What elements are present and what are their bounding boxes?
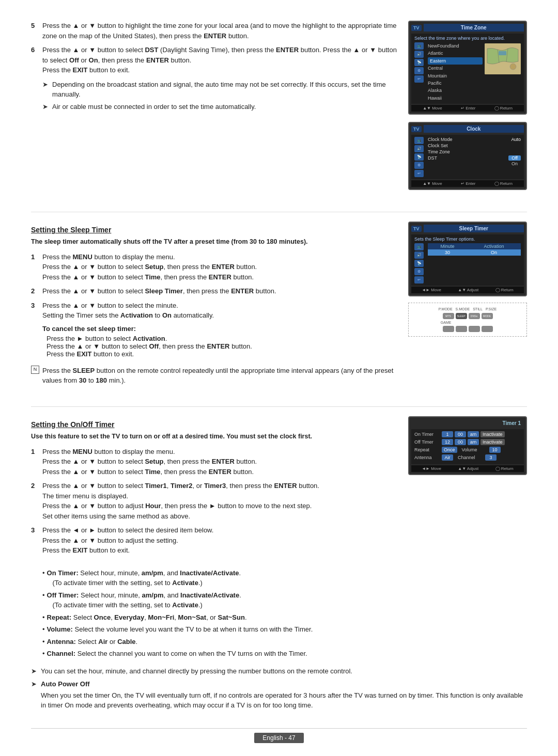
clock-row-set: Clock Set xyxy=(428,143,521,148)
footer-move-1: ▲▼ Move xyxy=(423,106,442,111)
tv-icon-setup-1: ⚙ xyxy=(414,67,424,74)
footer-enter-1: ↵ Enter xyxy=(461,106,475,111)
clock-mode-val: Auto xyxy=(511,137,521,142)
footer-return-1: ◯ Return xyxy=(494,106,513,111)
antenna-label: Antenna xyxy=(414,455,440,460)
tv-icon-setup-2: ⚙ xyxy=(414,162,424,169)
item-num-6: 6 xyxy=(31,45,38,75)
tv-highlight-eastern: Eastern xyxy=(428,57,483,65)
cancel-steps: Press the ► button to select Activation.… xyxy=(47,335,396,358)
on-timer-label: On Timer xyxy=(414,432,440,437)
instructions-left: 5 Press the ▲ or ▼ button to highlight t… xyxy=(31,21,398,190)
main-content: 5 Press the ▲ or ▼ button to highlight t… xyxy=(31,21,527,743)
on-off-item-3: 3 Press the ◄ or ► button to select the … xyxy=(31,525,396,556)
bullet-notes: • On Timer: Select hour, minute, am/pm, … xyxy=(42,568,527,661)
remote-btn-mts[interactable]: MTS xyxy=(443,313,454,319)
bullet-dot-5: • xyxy=(42,637,45,647)
tv-body-2: 📺 🔊 📡 ⚙ ↩ Clock Mode Auto xyxy=(411,135,524,179)
tv-sidebar-3: 📺 🔊 📡 ⚙ ↩ xyxy=(414,243,426,284)
on-off-item-1: 1 Press the MENU button to display the m… xyxy=(31,447,396,477)
bullet-text-4: Volume: Select the volume level you want… xyxy=(47,624,313,635)
repeat-label: Repeat xyxy=(414,447,440,452)
remote-btn-b4[interactable] xyxy=(482,326,493,332)
bullet-6: • Channel: Select the channel you want t… xyxy=(42,649,527,659)
remote-row-2 xyxy=(439,326,497,332)
bullet-dot-1: • xyxy=(42,568,45,588)
instruction-item-6: 6 Press the ▲ or ▼ button to select DST … xyxy=(31,45,398,75)
on-off-timer-section: Setting the On/Off Timer Use this featur… xyxy=(31,416,527,560)
off-timer-ampm: am xyxy=(468,439,479,445)
on-off-desc: Use this feature to set the TV to turn o… xyxy=(31,432,396,442)
sleep-num-2: 2 xyxy=(31,286,38,296)
tv-icon-input-1: ↩ xyxy=(414,75,424,83)
tv-label-3: TV xyxy=(411,226,422,232)
on-off-text-3: Press the ◄ or ► button to select the de… xyxy=(42,525,213,556)
remote-btn-dnse[interactable]: DNSe xyxy=(469,313,480,319)
tv-icon-picture-3: 📺 xyxy=(414,243,424,250)
tv-title-timer: Timer 1 xyxy=(411,419,524,427)
tv-menu-list-1: NewFoundland Atlantic Eastern Central Mo… xyxy=(428,42,483,102)
bullet-3: • Repeat: Select Once, Everyday, Mon~Fri… xyxy=(42,612,527,623)
clock-timezone-label: Time Zone xyxy=(428,149,450,154)
off-timer-active: Inactivate xyxy=(481,439,505,445)
channel-val: 3 xyxy=(485,454,497,461)
bullet-text-2: Off Timer: Select hour, minute, am/pm, a… xyxy=(47,590,241,610)
dst-off: Off xyxy=(508,155,521,161)
top-section: 5 Press the ▲ or ▼ button to highlight t… xyxy=(31,21,527,190)
sub-notes: ➤ Depending on the broadcast station and… xyxy=(42,80,398,112)
tv-icon-sound-3: 🔊 xyxy=(414,251,424,259)
footer-badge: English - 47 xyxy=(254,733,303,743)
tv-footer-1: ▲▼ Move ↵ Enter ◯ Return xyxy=(411,105,524,112)
volume-val: 10 xyxy=(489,447,501,453)
sleep-tv-inner: 📺 🔊 📡 ⚙ ↩ Minute Activat xyxy=(414,243,521,284)
remote-btn-b1[interactable] xyxy=(443,326,454,332)
remote-label-pmode: P.MODE xyxy=(439,307,453,311)
instruction-item-5: 5 Press the ▲ or ▼ button to highlight t… xyxy=(31,21,398,41)
tv-footer-4: ◄► Move ▲▼ Adjust ◯ Return xyxy=(411,465,524,472)
tv-subtitle-1: Select the time zone where you are locat… xyxy=(414,36,521,41)
remote-label-game: GAME xyxy=(441,321,452,325)
remote-label-psize: P.SIZE xyxy=(486,307,497,311)
divider-2 xyxy=(31,406,527,407)
sub-note-1: ➤ Depending on the broadcast station and… xyxy=(42,80,398,100)
sleep-num-3: 3 xyxy=(31,301,38,321)
tv-footer-3: ◄► Move ▲▼ Adjust ◯ Return xyxy=(411,287,524,293)
footer-return-2: ◯ Return xyxy=(494,181,513,186)
footer-move-2: ▲▼ Move xyxy=(423,181,442,186)
tv-icon-sound-2: 🔊 xyxy=(414,145,424,152)
bullet-dot-2: • xyxy=(42,590,45,610)
page-footer: English - 47 xyxy=(31,728,527,743)
tv-screen-timer: Timer 1 On Timer 1 00 am Inactivate Off … xyxy=(408,416,527,475)
on-off-item-2: 2 Press the ▲ or ▼ button to select Time… xyxy=(31,481,396,521)
bullet-text-5: Antenna: Select Air or Cable. xyxy=(47,637,138,647)
remote-btn-sleep[interactable]: SLEEP xyxy=(456,313,467,319)
tv-map-1 xyxy=(485,43,521,74)
off-timer-min: 00 xyxy=(455,439,466,445)
tv-icon-input-2: ↩ xyxy=(414,170,424,177)
repeat-val: Once xyxy=(442,447,457,453)
footer-move-3: ◄► Move xyxy=(422,288,441,292)
clock-row-dst: DST Off On xyxy=(428,155,521,166)
remote-btn-b3[interactable] xyxy=(469,326,480,332)
timer-row-antenna: Antenna Air Channel 3 xyxy=(414,454,521,461)
remote-btn-mode[interactable]: MODE xyxy=(482,313,493,319)
bullet-4: • Volume: Select the volume level you wa… xyxy=(42,624,527,635)
sleep-item-1: 1 Press the MENU button to display the m… xyxy=(31,252,396,282)
footer-return-4: ◯ Return xyxy=(495,466,514,471)
footer-adjust-4: ▲▼ Adjust xyxy=(458,466,478,471)
tv-icon-sound-1: 🔊 xyxy=(414,51,424,58)
tv-header-4: Timer 1 xyxy=(411,419,524,427)
exit-note: Press the EXIT button to exit. xyxy=(42,66,130,74)
tv-icon-channel-1: 📡 xyxy=(414,59,424,66)
sleep-note: N Press the SLEEP button on the remote c… xyxy=(31,366,396,386)
sleep-item-3: 3 Press the ▲ or ▼ button to select the … xyxy=(31,301,396,321)
activation-val: On xyxy=(467,249,521,256)
on-off-num-3: 3 xyxy=(31,525,38,556)
tv-body-3: Sets the Sleep Timer options. 📺 🔊 📡 ⚙ ↩ xyxy=(411,234,524,286)
bullet-5: • Antenna: Select Air or Cable. xyxy=(42,637,527,647)
remote-btn-b2[interactable] xyxy=(456,326,467,332)
bottom-note-1: ➤ You can set the hour, minute, and chan… xyxy=(31,666,527,676)
antenna-val: Air xyxy=(442,454,453,461)
on-off-text-2: Press the ▲ or ▼ button to select Timer1… xyxy=(42,481,319,521)
bullet-text-6: Channel: Select the channel you want to … xyxy=(47,649,307,659)
